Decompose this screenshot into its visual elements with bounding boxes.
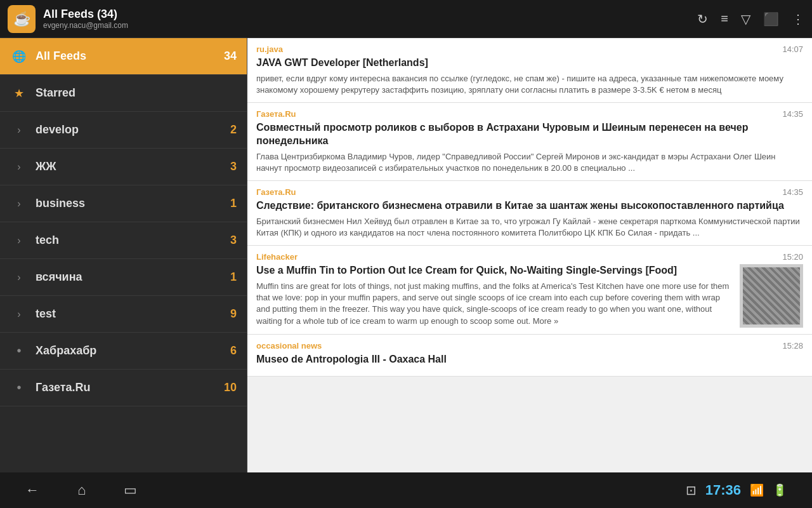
sidebar-item-starred[interactable]: ★Starred <box>0 75 247 112</box>
feed-time: 14:35 <box>782 109 803 119</box>
sidebar-item-label: Хабрахабр <box>36 344 230 358</box>
more-icon[interactable]: ⋮ <box>792 11 804 27</box>
sidebar-item-label: ЖЖ <box>36 160 230 173</box>
feed-item-header: ru.java14:07 <box>256 44 803 54</box>
sidebar-item-count: 2 <box>230 123 237 137</box>
refresh-icon[interactable]: ↻ <box>697 11 708 27</box>
feed-title: Museo de Antropologia III - Oaxaca Hall <box>256 353 803 366</box>
feed-item-content: Use a Muffin Tin to Portion Out Ice Crea… <box>256 264 803 328</box>
star-icon: ★ <box>10 86 28 100</box>
sidebar-item-develop[interactable]: ›develop2 <box>0 112 247 149</box>
app-subtitle: evgeny.nacu@gmail.com <box>43 21 697 30</box>
feed-item[interactable]: ru.java14:07JAVA GWT Developer [Netherla… <box>247 38 812 103</box>
feed-title: Use a Muffin Tin to Portion Out Ice Crea… <box>256 264 733 277</box>
sidebar-item-gazeta[interactable]: •Газета.Ru10 <box>0 370 247 406</box>
sidebar-item-label: tech <box>36 234 230 247</box>
sidebar: 🌐All Feeds34★Starred›develop2›ЖЖ3›busine… <box>0 38 247 472</box>
sidebar-item-test[interactable]: ›test9 <box>0 296 247 333</box>
feed-item-text: Use a Muffin Tin to Portion Out Ice Crea… <box>256 264 733 328</box>
top-bar: ☕ All Feeds (34) evgeny.nacu@gmail.com ↻… <box>0 0 812 38</box>
sidebar-item-label: Starred <box>36 86 237 100</box>
feed-item-header: Lifehacker15:20 <box>256 252 803 262</box>
sort-icon[interactable]: ⬛ <box>763 11 779 27</box>
feed-source: Газета.Ru <box>256 187 296 197</box>
sidebar-item-label: develop <box>36 123 230 137</box>
chevron-icon: › <box>10 124 28 136</box>
feed-source: occasional news <box>256 341 322 351</box>
feed-excerpt: Британский бизнесмен Нил Хейвуд был отра… <box>256 216 803 239</box>
sidebar-item-all-feeds[interactable]: 🌐All Feeds34 <box>0 38 247 75</box>
sidebar-item-count: 1 <box>230 197 237 210</box>
feed-item[interactable]: Газета.Ru14:35Следствие: британского биз… <box>247 181 812 246</box>
chevron-icon: › <box>10 161 28 173</box>
dot-icon: • <box>10 380 28 395</box>
sidebar-item-label: всячина <box>36 271 230 284</box>
battery-icon: 🔋 <box>773 483 787 497</box>
system-time: 17:36 <box>705 482 741 498</box>
feed-excerpt: Muffin tins are great for lots of things… <box>256 281 733 327</box>
feed-time: 15:28 <box>782 341 803 351</box>
wifi-icon: 📶 <box>750 483 764 497</box>
feed-time: 14:35 <box>782 187 803 197</box>
sidebar-item-habr[interactable]: •Хабрахабр6 <box>0 333 247 370</box>
sidebar-item-count: 9 <box>230 307 237 321</box>
top-bar-icons: ↻ ≡ ▽ ⬛ ⋮ <box>697 11 804 27</box>
sidebar-item-count: 10 <box>224 381 237 394</box>
feed-source: ru.java <box>256 44 283 54</box>
home-icon[interactable]: ⌂ <box>77 482 86 498</box>
feed-time: 15:20 <box>782 252 803 262</box>
feed-excerpt: Глава Центризбиркома Владимир Чуров, лид… <box>256 151 803 174</box>
recents-icon[interactable]: ▭ <box>124 482 137 498</box>
feed-thumbnail <box>740 264 803 328</box>
sidebar-item-count: 34 <box>224 50 237 63</box>
sidebar-item-label: All Feeds <box>36 50 224 63</box>
app-title: All Feeds (34) <box>43 8 697 21</box>
feed-source: Газета.Ru <box>256 109 296 119</box>
sidebar-item-jj[interactable]: ›ЖЖ3 <box>0 149 247 185</box>
sidebar-item-label: business <box>36 197 230 210</box>
sidebar-item-count: 1 <box>230 271 237 284</box>
chevron-icon: › <box>10 235 28 246</box>
feed-title: Следствие: британского бизнесмена отрави… <box>256 199 803 213</box>
main-area: 🌐All Feeds34★Starred›develop2›ЖЖ3›busine… <box>0 38 812 472</box>
dot-icon: • <box>10 344 28 358</box>
chevron-icon: › <box>10 309 28 320</box>
feed-item[interactable]: Lifehacker15:20Use a Muffin Tin to Porti… <box>247 246 812 335</box>
sidebar-item-business[interactable]: ›business1 <box>0 185 247 222</box>
feed-item[interactable]: Газета.Ru14:35Совместный просмотр ролико… <box>247 103 812 181</box>
sidebar-item-count: 3 <box>230 234 237 247</box>
chevron-icon: › <box>10 272 28 283</box>
feed-item-header: Газета.Ru14:35 <box>256 187 803 197</box>
feed-item-header: Газета.Ru14:35 <box>256 109 803 119</box>
bottom-bar: ← ⌂ ▭ ⊡ 17:36 📶 🔋 <box>0 472 812 508</box>
sidebar-item-vsyachina[interactable]: ›всячина1 <box>0 259 247 296</box>
list-icon[interactable]: ≡ <box>721 11 728 26</box>
sidebar-item-count: 3 <box>230 160 237 173</box>
feed-title: JAVA GWT Developer [Netherlands] <box>256 57 803 70</box>
globe-icon: 🌐 <box>10 50 28 64</box>
feed-area: ru.java14:07JAVA GWT Developer [Netherla… <box>247 38 812 472</box>
back-icon[interactable]: ← <box>25 482 39 498</box>
app-icon: ☕ <box>8 5 36 33</box>
feed-excerpt: привет, если вдруг кому интересна ваканс… <box>256 73 803 96</box>
app-title-block: All Feeds (34) evgeny.nacu@gmail.com <box>43 8 697 30</box>
filter-icon[interactable]: ▽ <box>741 11 750 27</box>
screenshot-icon[interactable]: ⊡ <box>686 483 697 498</box>
feed-item-header: occasional news15:28 <box>256 341 803 351</box>
sidebar-item-label: Газета.Ru <box>36 381 224 394</box>
sidebar-item-tech[interactable]: ›tech3 <box>0 222 247 259</box>
bottom-right: ⊡ 17:36 📶 🔋 <box>686 482 787 498</box>
chevron-icon: › <box>10 198 28 210</box>
feed-title: Совместный просмотр роликов с выборов в … <box>256 121 803 148</box>
sidebar-item-label: test <box>36 307 230 321</box>
bottom-nav-icons: ← ⌂ ▭ <box>25 482 137 498</box>
sidebar-item-count: 6 <box>230 344 237 358</box>
feed-time: 14:07 <box>782 44 803 54</box>
feed-source: Lifehacker <box>256 252 298 262</box>
feed-item[interactable]: occasional news15:28Museo de Antropologi… <box>247 335 812 377</box>
